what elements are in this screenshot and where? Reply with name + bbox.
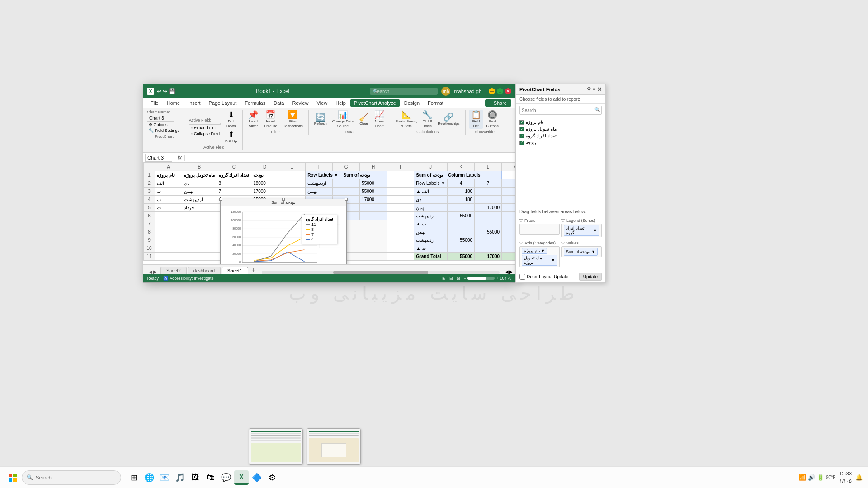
cell-b6[interactable] [182,212,217,220]
cell-i8[interactable] [387,228,414,236]
spreadsheet[interactable]: A B C D E F G H I J K L M 1 [143,163,515,264]
cell-b7[interactable] [182,220,217,228]
axis-tag-month-dropdown[interactable]: ▼ [551,258,555,263]
menu-formulas[interactable]: Formulas [241,99,269,107]
cell-k3[interactable]: 180 [448,188,475,196]
taskbar-search-box[interactable]: 🔍 Search [22,470,121,485]
cell-h3[interactable]: 55000 [360,188,387,196]
cell-f2[interactable]: اردیبهشت [306,179,333,188]
minimize-btn[interactable]: — [489,88,495,94]
col-d[interactable]: D [251,163,278,171]
cell-i3[interactable] [387,188,414,196]
defer-checkbox[interactable] [519,274,525,280]
add-sheet-btn[interactable]: + [249,265,258,274]
menu-design[interactable]: Design [401,99,423,107]
cell-d2[interactable]: 18000 [251,179,278,188]
insert-slicer-btn[interactable]: 📌 Insert Slicer [246,110,260,129]
cell-m7[interactable] [502,220,515,228]
scroll-left-btn[interactable]: ◀ [505,269,509,274]
cell-i1[interactable] [387,171,414,179]
wifi-icon[interactable]: 📶 [799,474,806,481]
field-list-btn[interactable]: 📋 Field List [469,110,483,129]
drill-up-btn[interactable]: ⬆ Drill Up [223,130,239,144]
cell-a1[interactable]: نام پروژه [155,171,182,179]
cell-k2[interactable]: 4 [448,179,475,188]
panel-settings-btn[interactable]: ⚙ [587,86,591,93]
defer-label[interactable]: Defer Layout Update [519,274,568,280]
cell-j6[interactable]: اردیبهشت [414,212,448,220]
cell-j5[interactable]: بهمن [414,204,448,212]
cell-i11[interactable] [387,253,414,261]
col-a[interactable]: A [155,163,182,171]
move-chart-btn[interactable]: 📈 Move Chart [373,110,386,129]
field-checkbox-nam-project[interactable] [519,120,524,125]
col-k[interactable]: K [448,163,475,171]
cell-l3[interactable] [475,188,502,196]
view-page-break-btn[interactable]: ⊠ [457,276,460,281]
tab-dashboard[interactable]: dashboard [188,267,221,274]
menu-home[interactable]: Home [163,99,184,107]
update-button[interactable]: Update [579,273,602,281]
cell-j2[interactable]: Row Labels ▼ [414,179,448,188]
insert-timeline-btn[interactable]: 📅 Insert Timeline [262,110,279,129]
cell-b1[interactable]: ماه تحویل پروژه [182,171,217,179]
cell-e2[interactable] [278,179,306,188]
cell-a10[interactable] [155,244,182,253]
redo-btn[interactable]: ↪ [163,88,167,94]
clear-btn[interactable]: 🧹 Clear [357,112,371,127]
taskbar-edge[interactable]: 🔷 [250,470,264,485]
cell-j11[interactable]: Grand Total [414,253,448,261]
taskbar-teams[interactable]: 💬 [219,470,233,485]
cell-a7[interactable] [155,220,182,228]
cell-j8[interactable]: بهمن [414,228,448,236]
view-layout-btn[interactable]: ⊟ [449,276,453,281]
olap-tools-btn[interactable]: 🔧 OLAP Tools [420,110,434,129]
field-buttons-btn[interactable]: 🔘 Field Buttons [485,110,500,129]
cell-h4[interactable]: 17000 [360,196,387,204]
cell-l9[interactable] [475,236,502,244]
cell-m6[interactable] [502,212,515,220]
panel-close-btn[interactable]: ✕ [597,86,602,93]
tab-sheet1[interactable]: Sheet1 [222,267,248,274]
col-l[interactable]: L [475,163,502,171]
cell-a9[interactable] [155,236,182,244]
expand-field-btn[interactable]: ↕ Expand Field [189,125,222,131]
taskbar-excel[interactable]: X [234,470,249,485]
axis-box[interactable]: نام پروژه ▼ ماه تحویل پروژه ▼ [519,246,560,267]
sheet-next-btn[interactable]: ▶ [153,269,157,274]
cell-l10[interactable] [475,244,502,253]
view-normal-btn[interactable]: ⊞ [442,276,446,281]
cell-l5[interactable]: 17000 [475,204,502,212]
col-b[interactable]: B [182,163,217,171]
cell-c3[interactable]: 7 [217,188,251,196]
taskbar-clock[interactable]: 12:33 ۱/۱۰۵ [839,470,852,484]
cell-j7[interactable]: ▲ ب [414,220,448,228]
menu-format[interactable]: Format [424,99,447,107]
taskbar-music[interactable]: 🎵 [173,470,187,485]
cell-i5[interactable] [387,204,414,212]
cell-j4[interactable]: دی [414,196,448,204]
panel-search-input[interactable] [519,106,602,115]
save-btn[interactable]: 💾 [169,88,175,94]
filters-box[interactable] [519,224,560,235]
cell-g2[interactable] [333,179,360,188]
cell-k11[interactable]: 55000 [448,253,475,261]
cell-k7[interactable] [448,220,475,228]
cell-l7[interactable] [475,220,502,228]
taskbar-store[interactable]: 🛍 [203,470,218,485]
taskbar-settings[interactable]: ⚙ [265,470,279,485]
active-field-input[interactable] [189,123,221,125]
cell-a8[interactable] [155,228,182,236]
cell-i9[interactable] [387,236,414,244]
cell-a3[interactable]: ب [155,188,182,196]
fields-items-sets-btn[interactable]: 📐 Fields, Items, & Sets [394,110,419,129]
cell-a5[interactable]: ت [155,204,182,212]
cell-k6[interactable]: 55000 [448,212,475,220]
cell-j9[interactable]: اردیبهشت [414,236,448,244]
menu-data[interactable]: Data [270,99,288,107]
cell-h2[interactable]: 55000 [360,179,387,188]
undo-btn[interactable]: ↩ [157,88,161,94]
cell-b10[interactable] [182,244,217,253]
cell-g3[interactable] [333,188,360,196]
change-data-source-btn[interactable]: 📊 Change Data Source [330,110,355,129]
